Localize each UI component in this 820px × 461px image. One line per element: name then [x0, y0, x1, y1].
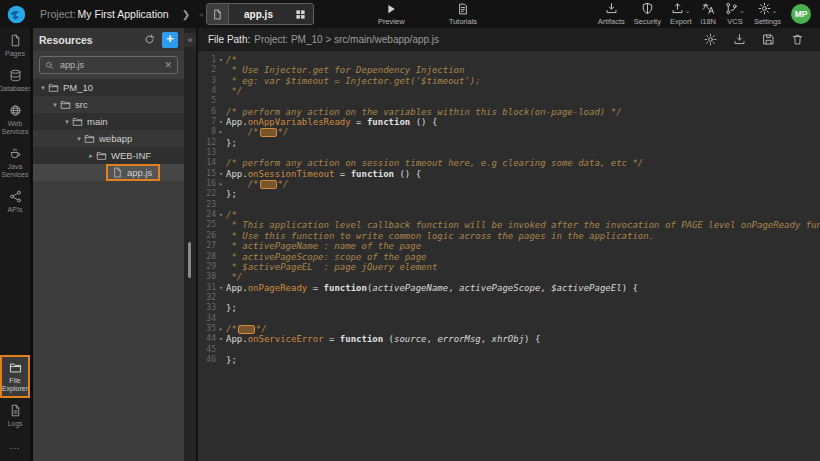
tab-label: app.js — [229, 9, 288, 20]
code-line-14[interactable]: 14 /* perform any action on session time… — [198, 158, 820, 168]
collapse-arrow-icon[interactable]: ▸ — [86, 152, 96, 160]
collapse-panel-icon[interactable]: « — [184, 33, 196, 47]
line-number: 5 — [198, 96, 216, 106]
gear-icon — [758, 2, 771, 15]
project-breadcrumb: Project:My First Application — [40, 8, 169, 20]
folder-icon — [60, 99, 71, 110]
fold-open-icon[interactable]: ▾ — [216, 117, 226, 127]
sidebar-item-logs[interactable]: Logs — [0, 398, 30, 433]
code-line-28[interactable]: 28 * activePageScope: scope of the page — [198, 252, 820, 262]
code-line-35[interactable]: 35 ▸ /**/ — [198, 324, 820, 334]
sidebar-item-file-explorer[interactable]: File Explorer — [0, 355, 30, 398]
code-line-31[interactable]: 31 ▾ App.onPageReady = function(activePa… — [198, 283, 820, 293]
editor-actions — [704, 33, 810, 46]
code-line-5[interactable]: 5 — [198, 96, 820, 106]
expand-arrow-icon[interactable]: ▾ — [50, 101, 60, 109]
user-avatar[interactable]: MP — [791, 4, 811, 24]
code-line-15[interactable]: 15 ▾ App.onSessionTimeout = function () … — [198, 169, 820, 179]
code-line-6[interactable]: 6 /* perform any action on the variables… — [198, 107, 820, 117]
scrollbar-thumb[interactable] — [188, 242, 191, 278]
code-line-13[interactable]: 13 — [198, 148, 820, 158]
expand-arrow-icon[interactable]: ▾ — [38, 84, 48, 92]
delete-button[interactable] — [791, 33, 804, 46]
fold-collapsed-icon[interactable]: ▸ — [216, 127, 226, 137]
fold-open-icon[interactable]: ▾ — [216, 210, 226, 220]
sidebar-item-databases[interactable]: Databases — [0, 63, 30, 98]
line-number: 16 — [198, 179, 216, 189]
topnav-security[interactable]: Security — [634, 2, 661, 26]
sidebar-item-pages[interactable]: Pages — [0, 28, 30, 63]
search-input[interactable] — [58, 59, 164, 71]
code-line-8[interactable]: 8 ▸ /**/ — [198, 127, 820, 137]
preview-button[interactable]: Preview — [378, 3, 405, 26]
line-number: 14 — [198, 158, 216, 168]
fold-open-icon[interactable]: ▾ — [216, 334, 226, 344]
fold-open-icon[interactable]: ▾ — [216, 55, 226, 65]
code-line-29[interactable]: 29 * $activePageEL : page jQuery element — [198, 262, 820, 272]
line-number: 27 — [198, 241, 216, 251]
topnav-vcs[interactable]: ⌄ VCS — [725, 2, 745, 26]
topnav-settings[interactable]: ⌄ Settings — [754, 2, 781, 26]
grid-icon[interactable] — [288, 9, 313, 20]
code-line-7[interactable]: 7 ▾ App.onAppVariablesReady = function (… — [198, 117, 820, 127]
settings-button[interactable] — [704, 33, 717, 46]
expand-arrow-icon[interactable]: ▾ — [62, 118, 72, 126]
code-line-1[interactable]: 1 ▾ /* — [198, 55, 820, 65]
line-number: 23 — [198, 200, 216, 210]
tree-row-webapp[interactable]: ▾ webapp — [33, 130, 184, 147]
code-line-32[interactable]: 32 — [198, 293, 820, 303]
fold-open-icon[interactable]: ▾ — [216, 169, 226, 179]
download-button[interactable] — [733, 33, 746, 46]
code-line-34[interactable]: 34 — [198, 314, 820, 324]
code-line-45[interactable]: 45 — [198, 345, 820, 355]
tree-row-pm-10[interactable]: ▾ PM_10 — [33, 79, 184, 96]
api-nodes-icon — [9, 190, 22, 203]
sidebar-item-web-services[interactable]: Web Services — [0, 98, 30, 141]
fold-open-icon[interactable]: ▾ — [216, 283, 226, 293]
code-line-30[interactable]: 30 */ — [198, 272, 820, 282]
line-number: 35 — [198, 324, 216, 334]
left-icon-sidebar: Pages Databases Web Services Java Servic… — [0, 28, 30, 461]
tree-row-app-js[interactable]: app.js — [33, 164, 184, 181]
code-line-16[interactable]: 16 ▸ /**/ — [198, 179, 820, 189]
code-line-4[interactable]: 4 */ — [198, 86, 820, 96]
topnav-i18n[interactable]: i18N — [701, 2, 716, 26]
folded-code-widget[interactable] — [260, 128, 277, 137]
tree-row-src[interactable]: ▾ src — [33, 96, 184, 113]
save-button[interactable] — [762, 33, 775, 46]
wavemaker-logo-icon[interactable] — [6, 4, 27, 25]
fold-collapsed-icon[interactable]: ▸ — [216, 324, 226, 334]
code-line-3[interactable]: 3 * eg: var $timeout = Injector.get('$ti… — [198, 76, 820, 86]
code-line-46[interactable]: 46 }; — [198, 355, 820, 365]
code-area[interactable]: 1 ▾ /* 2 * Use Injector.get for Dependen… — [198, 51, 820, 365]
refresh-icon[interactable] — [144, 34, 155, 45]
topnav-artifacts[interactable]: Artifacts — [598, 2, 625, 26]
code-line-33[interactable]: 33 }; — [198, 303, 820, 313]
sidebar-item-apis[interactable]: APIs — [0, 184, 30, 219]
expand-arrow-icon[interactable]: ▾ — [74, 135, 84, 143]
add-resource-button[interactable]: + — [162, 32, 178, 48]
tab-scroll-left-icon[interactable]: ◂ — [199, 10, 203, 19]
tab-appjs[interactable]: app.js — [206, 3, 314, 25]
code-line-27[interactable]: 27 * activePageName : name of the page — [198, 241, 820, 251]
topnav-export[interactable]: ⌄ Export — [670, 2, 692, 26]
code-line-25[interactable]: 25 * This application level callback fun… — [198, 221, 820, 231]
sidebar-item-java-services[interactable]: Java Services — [0, 141, 30, 184]
code-line-44[interactable]: 44 ▾ App.onServiceError = function (sour… — [198, 334, 820, 344]
clear-search-icon[interactable]: ✕ — [164, 60, 172, 70]
code-line-26[interactable]: 26 * Use this function to write common l… — [198, 231, 820, 241]
fold-collapsed-icon[interactable]: ▸ — [216, 179, 226, 189]
code-line-23[interactable]: 23 — [198, 200, 820, 210]
code-line-2[interactable]: 2 * Use Injector.get for Dependency Inje… — [198, 65, 820, 75]
code-line-22[interactable]: 22 }; — [198, 189, 820, 199]
top-bar: Project:My First Application ❯ ◂ app.js … — [0, 0, 820, 28]
more-options-button[interactable]: ... — [0, 433, 30, 461]
code-line-12[interactable]: 12 }; — [198, 138, 820, 148]
code-line-24[interactable]: 24 ▾ /* — [198, 210, 820, 220]
folded-code-widget[interactable] — [260, 180, 277, 189]
folded-code-widget[interactable] — [238, 325, 255, 334]
tree-row-main[interactable]: ▾ main — [33, 113, 184, 130]
tutorials-label: Tutorials — [449, 17, 477, 26]
tree-row-web-inf[interactable]: ▸ WEB-INF — [33, 147, 184, 164]
tutorials-button[interactable]: Tutorials — [449, 3, 477, 26]
